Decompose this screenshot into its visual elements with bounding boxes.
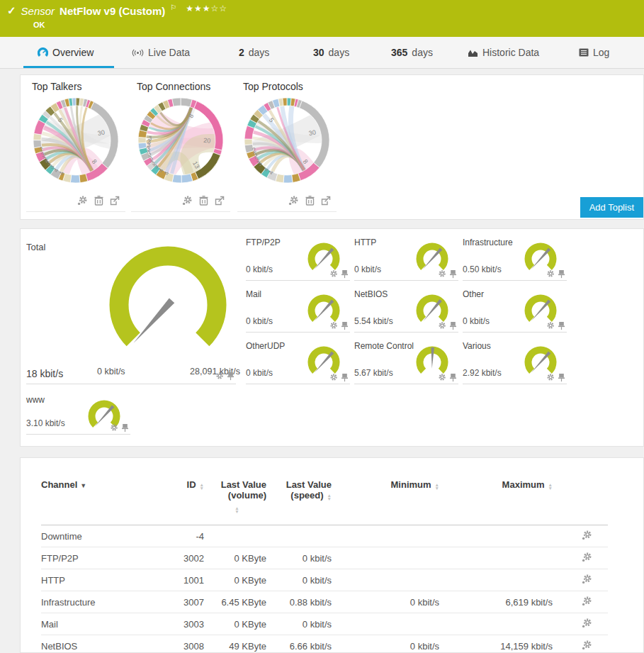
status-check-icon: ✓ <box>7 4 16 17</box>
pin-icon[interactable] <box>341 269 349 279</box>
tab-overview[interactable]: Overview <box>38 37 94 68</box>
gear-icon[interactable] <box>329 321 338 330</box>
historic-chart-icon <box>468 48 478 57</box>
svg-text:3: 3 <box>148 135 152 142</box>
live-data-icon <box>132 48 144 57</box>
toplist-panel-top-protocols: Top Protocols 3085233344 <box>237 81 337 212</box>
channel-name: Downtime <box>41 525 160 547</box>
channel-settings-gear-icon[interactable] <box>182 195 193 206</box>
pin-icon[interactable] <box>558 373 565 382</box>
column-header-last-value-volume[interactable]: Last Value(volume)▲▼ <box>204 479 266 525</box>
gauge-cell-various: Various2.92 kbit/s <box>463 340 567 384</box>
tab-30-days-label: days <box>329 47 350 58</box>
gear-icon[interactable] <box>546 321 555 330</box>
gear-icon[interactable] <box>215 372 224 381</box>
channel-table-card: Channel▼ ID▲▼ Last Value(volume)▲▼ Last … <box>20 457 644 653</box>
gauge-actions <box>437 373 457 382</box>
gear-icon[interactable] <box>329 269 338 279</box>
tab-live-data[interactable]: Live Data <box>132 37 190 68</box>
last-value-volume <box>204 525 266 547</box>
gauge-actions <box>109 423 129 432</box>
top-protocols-chord-chart[interactable]: 3085233344 <box>243 96 331 184</box>
last-value-speed <box>266 525 332 547</box>
gauge-value: 0 kbit/s <box>246 316 273 326</box>
pin-icon[interactable] <box>558 269 565 279</box>
gauge-value: 0 kbit/s <box>354 264 381 274</box>
channel-row-downtime: Downtime-4 <box>41 525 608 547</box>
tab-live-data-label: Live Data <box>148 47 190 58</box>
channel-settings-cell <box>553 635 608 653</box>
pin-icon[interactable] <box>227 372 235 381</box>
channel-name: Infrastructure <box>41 591 160 613</box>
pin-icon[interactable] <box>341 373 349 382</box>
tab-log[interactable]: Log <box>579 37 609 68</box>
gauge-actions <box>546 269 565 279</box>
channel-settings-gear-icon[interactable] <box>582 618 592 628</box>
gauge-actions <box>329 373 349 382</box>
channel-id: 3002 <box>160 547 204 569</box>
toplist-actions <box>182 195 225 206</box>
gauge-value: 2.92 kbit/s <box>463 368 502 378</box>
sort-arrows-icon: ▲▼ <box>235 506 239 513</box>
tab-365-days[interactable]: 365 days <box>391 37 433 68</box>
channel-settings-gear-icon[interactable] <box>582 596 592 606</box>
gear-icon[interactable] <box>437 321 446 330</box>
pin-icon[interactable] <box>449 373 457 382</box>
top-talkers-chord-chart[interactable]: 30852333344 <box>32 96 120 184</box>
channel-settings-cell <box>553 569 608 591</box>
channel-settings-cell <box>553 525 608 547</box>
column-header-maximum[interactable]: Maximum▲▼ <box>439 479 553 525</box>
last-value-speed: 0.88 kbit/s <box>266 591 332 613</box>
maximum-value <box>439 525 553 547</box>
channel-settings-cell <box>553 547 608 569</box>
pin-icon[interactable] <box>341 321 349 330</box>
toplist-title: Top Protocols <box>237 81 337 92</box>
gear-icon[interactable] <box>437 269 446 279</box>
gear-icon[interactable] <box>546 373 555 382</box>
toplists-card: Top Talkers 30852333344 Top Connections … <box>20 74 644 220</box>
channel-settings-cell <box>553 591 608 613</box>
last-value-volume: 0 KByte <box>204 569 266 591</box>
channel-settings-gear-icon[interactable] <box>77 195 88 206</box>
delete-trash-icon[interactable] <box>199 196 208 206</box>
channel-settings-gear-icon[interactable] <box>582 640 592 650</box>
pin-icon[interactable] <box>558 321 565 330</box>
open-external-link-icon[interactable] <box>215 196 225 206</box>
maximum-value <box>439 569 553 591</box>
pin-icon[interactable] <box>121 423 129 432</box>
channel-row-infrastructure: Infrastructure30076.45 KByte0.88 kbit/s0… <box>41 591 608 613</box>
top-connections-chord-chart[interactable]: 820134433333333 <box>137 96 225 184</box>
channel-settings-gear-icon[interactable] <box>288 195 299 206</box>
pin-icon[interactable] <box>449 269 457 279</box>
gauge-cell-other: Other0 kbit/s <box>463 288 567 333</box>
toplist-title: Top Connections <box>131 81 230 92</box>
gauge-label: Mail <box>246 289 261 299</box>
tab-historic-data[interactable]: Historic Data <box>468 37 539 68</box>
tab-2-days[interactable]: 2 days <box>239 37 269 68</box>
channel-settings-gear-icon[interactable] <box>582 574 592 584</box>
delete-trash-icon[interactable] <box>94 196 103 206</box>
gear-icon[interactable] <box>109 423 118 432</box>
channel-settings-gear-icon[interactable] <box>582 552 592 562</box>
open-external-link-icon[interactable] <box>110 196 120 206</box>
channel-name: NetBIOS <box>41 635 160 653</box>
gear-icon[interactable] <box>437 373 446 382</box>
channel-settings-gear-icon[interactable] <box>582 530 592 540</box>
pin-icon[interactable] <box>449 321 457 330</box>
channel-name: Mail <box>41 613 160 635</box>
flag-icon[interactable]: ⚐ <box>170 4 176 11</box>
column-header-channel[interactable]: Channel▼ <box>41 479 160 525</box>
open-external-link-icon[interactable] <box>321 196 331 206</box>
tab-30-days[interactable]: 30 days <box>313 37 349 68</box>
gauge-label: Various <box>463 341 491 351</box>
column-header-last-value-speed[interactable]: Last Value(speed)▲▼ <box>266 479 332 525</box>
channel-row-mail: Mail30030 KByte0 kbit/s <box>41 613 608 635</box>
column-header-id[interactable]: ID▲▼ <box>160 479 204 525</box>
priority-stars[interactable]: ★★★☆☆ <box>186 4 227 13</box>
delete-trash-icon[interactable] <box>305 196 315 206</box>
gear-icon[interactable] <box>329 373 338 382</box>
add-toplist-button[interactable]: Add Toplist <box>580 197 643 218</box>
column-header-minimum[interactable]: Minimum▲▼ <box>332 479 439 525</box>
svg-text:20: 20 <box>203 137 211 145</box>
gear-icon[interactable] <box>546 269 555 279</box>
